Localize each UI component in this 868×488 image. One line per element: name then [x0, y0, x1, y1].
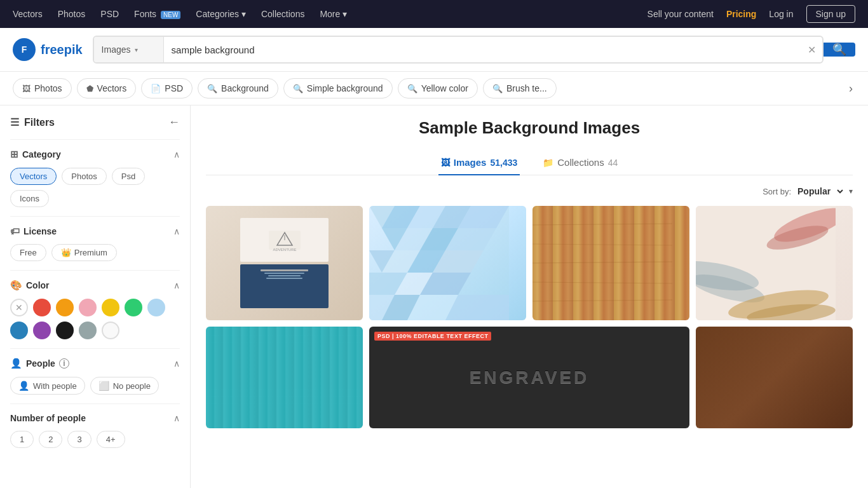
nav-fonts[interactable]: Fonts NEW	[134, 9, 180, 19]
image-card-polygon[interactable]	[369, 206, 526, 320]
sell-content-link[interactable]: Sell your content	[648, 9, 714, 19]
with-people-button[interactable]: 👤 With people	[10, 377, 85, 395]
number-people-toggle[interactable]: ∧	[173, 413, 180, 423]
pricing-link[interactable]: Pricing	[726, 9, 756, 19]
chip-psd[interactable]: 📄 PSD	[141, 78, 193, 98]
with-people-icon: 👤	[18, 381, 29, 391]
categories-chevron: ▾	[241, 9, 246, 19]
tag-photos[interactable]: Photos	[62, 168, 106, 185]
people-toggle[interactable]: ∧	[173, 358, 180, 369]
sort-select[interactable]: Popular Recent Relevant	[795, 186, 845, 197]
search-type-dropdown[interactable]: Images ▾	[94, 37, 164, 62]
color-orange[interactable]	[56, 299, 74, 316]
tag-free[interactable]: Free	[10, 244, 46, 261]
chip-vectors[interactable]: ⬟ Vectors	[77, 78, 137, 98]
sort-row: Sort by: Popular Recent Relevant ▾	[206, 186, 853, 197]
people-section-header[interactable]: 👤 People i ∧	[10, 358, 180, 369]
color-black[interactable]	[56, 322, 74, 339]
nav-psd[interactable]: PSD	[100, 9, 119, 19]
with-people-label: With people	[33, 381, 77, 391]
color-purple[interactable]	[33, 322, 51, 339]
color-toggle[interactable]: ∧	[173, 280, 180, 290]
filter-section-people: 👤 People i ∧ 👤 With people ⬜ No people	[10, 348, 180, 403]
collapse-sidebar-button[interactable]: ←	[168, 116, 180, 129]
number-people-tags: 1 2 3 4+	[10, 431, 180, 448]
tag-3-people[interactable]: 3	[67, 431, 91, 448]
images-tab-icon: 🖼	[441, 158, 450, 168]
chip-simple-bg[interactable]: 🔍 Simple background	[283, 78, 393, 98]
people-info-icon[interactable]: i	[59, 358, 69, 369]
filter-chips-row: 🖼 Photos ⬟ Vectors 📄 PSD 🔍 Background 🔍 …	[0, 72, 868, 105]
search-button[interactable]: 🔍	[824, 43, 855, 57]
chip-photos[interactable]: 🖼 Photos	[13, 78, 72, 98]
no-people-label: No people	[113, 381, 151, 391]
more-chevron: ▾	[342, 9, 347, 19]
tag-premium[interactable]: 👑 Premium	[51, 244, 117, 261]
top-nav: Vectors Photos PSD Fonts NEW Categories …	[0, 0, 868, 28]
image-card-brown[interactable]	[696, 327, 853, 428]
license-section-title: 🏷 License	[10, 226, 57, 236]
license-toggle[interactable]: ∧	[173, 226, 180, 236]
color-yellow[interactable]	[102, 299, 119, 316]
tag-vectors[interactable]: Vectors	[10, 168, 57, 185]
chip-brush[interactable]: 🔍 Brush te...	[483, 78, 557, 98]
login-link[interactable]: Log in	[769, 9, 793, 19]
nav-collections[interactable]: Collections	[261, 9, 304, 19]
image-card-brush[interactable]	[696, 206, 853, 320]
chip-background[interactable]: 🔍 Background	[198, 78, 278, 98]
color-light-blue[interactable]	[147, 299, 165, 316]
tab-images[interactable]: 🖼 Images 51,433	[438, 151, 520, 175]
color-blue[interactable]	[10, 322, 28, 339]
sort-chevron: ▾	[849, 187, 853, 196]
color-clear[interactable]: ✕	[10, 299, 28, 316]
tag-1-person[interactable]: 1	[10, 431, 34, 448]
license-section-header[interactable]: 🏷 License ∧	[10, 226, 180, 236]
color-pink[interactable]	[79, 299, 97, 316]
tab-collections[interactable]: 📁 Collections 44	[540, 151, 620, 175]
tag-icons[interactable]: Icons	[10, 190, 49, 207]
svg-text:ADVENTURE: ADVENTURE	[273, 248, 296, 252]
color-section-header[interactable]: 🎨 Color ∧	[10, 280, 180, 291]
image-card-engraved[interactable]: PSD | 100% EDITABLE TEXT EFFECT ENGRAVED	[369, 327, 689, 428]
number-people-title: Number of people	[10, 413, 86, 423]
chip-simple-bg-label: Simple background	[307, 83, 383, 93]
license-icon: 🏷	[10, 226, 20, 236]
image-card-teal[interactable]	[206, 327, 363, 428]
no-people-button[interactable]: ⬜ No people	[90, 377, 159, 395]
chip-yellow-label: Yellow color	[421, 83, 468, 93]
nav-more[interactable]: More ▾	[320, 9, 347, 19]
tag-psd[interactable]: Psd	[112, 168, 145, 185]
logo[interactable]: F freepik	[13, 38, 83, 61]
filter-section-number-of-people: Number of people ∧ 1 2 3 4+	[10, 403, 180, 457]
filter-section-license: 🏷 License ∧ Free 👑 Premium	[10, 216, 180, 270]
logo-text: freepik	[41, 43, 83, 57]
logo-icon: F	[13, 38, 36, 61]
image-card-wood[interactable]	[532, 206, 689, 320]
people-buttons: 👤 With people ⬜ No people	[10, 377, 180, 395]
svg-text:F: F	[22, 44, 27, 55]
chip-brush-icon: 🔍	[492, 84, 503, 93]
psd-badge: PSD | 100% EDITABLE TEXT EFFECT	[374, 332, 491, 341]
nav-categories[interactable]: Categories ▾	[196, 9, 246, 19]
chip-yellow[interactable]: 🔍 Yellow color	[398, 78, 478, 98]
nav-photos[interactable]: Photos	[58, 9, 86, 19]
color-green[interactable]	[125, 299, 142, 316]
color-red[interactable]	[33, 299, 51, 316]
filter-section-color: 🎨 Color ∧ ✕	[10, 270, 180, 348]
search-clear-button[interactable]: ✕	[801, 37, 822, 62]
category-section-header[interactable]: ⊞ Category ∧	[10, 149, 180, 160]
svg-line-31	[532, 300, 672, 301]
category-toggle[interactable]: ∧	[173, 149, 180, 159]
signup-button[interactable]: Sign up	[806, 5, 855, 23]
search-input[interactable]	[164, 37, 801, 62]
chips-next-button[interactable]: ›	[846, 82, 855, 95]
tag-4plus-people[interactable]: 4+	[97, 431, 125, 448]
image-card-business[interactable]: ADVENTURE	[206, 206, 363, 320]
chip-vectors-icon: ⬟	[86, 84, 93, 93]
number-people-section-header[interactable]: Number of people ∧	[10, 413, 180, 423]
color-white[interactable]	[102, 322, 119, 339]
tag-2-people[interactable]: 2	[39, 431, 62, 448]
nav-vectors[interactable]: Vectors	[13, 9, 43, 19]
page-title: Sample Background Images	[206, 118, 853, 138]
color-gray[interactable]	[79, 322, 97, 339]
